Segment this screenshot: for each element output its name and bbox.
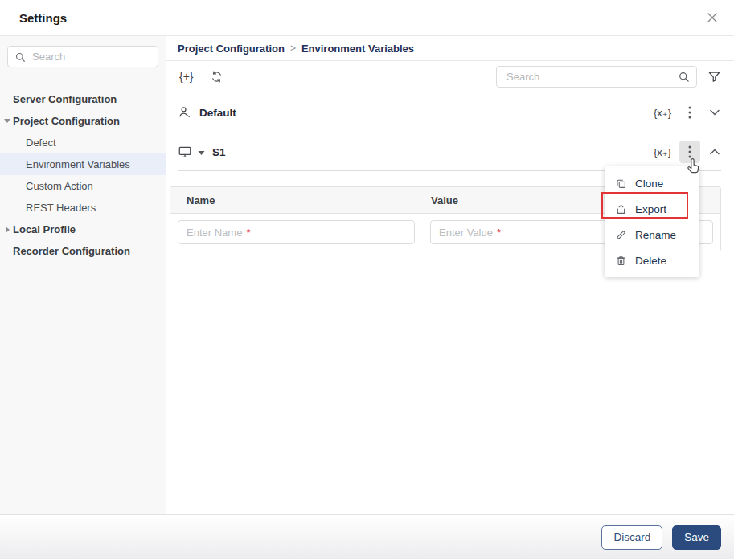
menu-item-rename[interactable]: Rename — [605, 222, 699, 247]
breadcrumb: Project Configuration > Environment Vari… — [166, 36, 734, 61]
default-section-actions: {x₊} — [654, 101, 721, 124]
sidebar-item-label: Recorder Configuration — [13, 245, 130, 257]
column-header-name: Name — [170, 194, 423, 206]
breadcrumb-current: Environment Variables — [301, 43, 414, 55]
section-context-menu: Clone Export Rename Delete — [605, 166, 699, 277]
name-field[interactable]: Enter Name * — [178, 220, 415, 244]
chevron-down-icon[interactable] — [708, 108, 721, 117]
add-variable-icon[interactable]: {x₊} — [654, 146, 671, 158]
dialog-footer: Discard Save — [0, 514, 734, 559]
sidebar-item-label: Defect — [26, 137, 56, 149]
sidebar-item-custom-action[interactable]: Custom Action — [0, 175, 166, 197]
kebab-menu-icon-active[interactable] — [679, 141, 700, 163]
s1-section-actions: {x₊} — [654, 141, 721, 163]
sidebar-item-label: Local Profile — [13, 223, 76, 235]
settings-sidebar: Server Configuration Project Configurati… — [0, 36, 166, 514]
required-asterisk: * — [497, 227, 501, 239]
menu-item-export[interactable]: Export — [605, 196, 699, 222]
sidebar-item-project-configuration[interactable]: Project Configuration — [0, 110, 166, 132]
variables-search-input[interactable] — [505, 70, 678, 84]
sidebar-item-label: Custom Action — [26, 180, 93, 192]
chevron-right-icon — [3, 226, 11, 234]
chevron-up-icon[interactable] — [708, 147, 721, 157]
page-title: Settings — [19, 11, 67, 25]
save-button[interactable]: Save — [672, 525, 721, 550]
settings-titlebar: Settings — [0, 0, 734, 36]
section-label-s1: S1 — [212, 146, 226, 158]
menu-item-delete[interactable]: Delete — [605, 247, 699, 273]
sidebar-item-label: Environment Variables — [26, 158, 130, 170]
env-vars-toolbar: {+} — [166, 61, 734, 92]
menu-item-clone[interactable]: Clone — [605, 170, 699, 196]
filter-icon[interactable] — [707, 70, 721, 84]
menu-item-label: Rename — [635, 229, 676, 241]
sidebar-item-defect[interactable]: Defect — [0, 132, 166, 153]
name-placeholder: Enter Name — [187, 227, 242, 239]
user-icon — [178, 105, 192, 120]
menu-item-label: Delete — [635, 255, 666, 267]
breadcrumb-separator: > — [290, 43, 296, 54]
name-cell: Enter Name * — [170, 220, 423, 244]
discard-button[interactable]: Discard — [601, 525, 662, 550]
environment-section-s1[interactable]: S1 {x₊} — [178, 133, 721, 171]
refresh-icon[interactable] — [210, 70, 223, 84]
sidebar-item-label: REST Headers — [26, 202, 96, 214]
required-asterisk: * — [246, 227, 250, 239]
chevron-down-icon — [3, 116, 11, 125]
sidebar-item-label: Project Configuration — [13, 115, 120, 127]
section-label-default: Default — [199, 107, 236, 119]
sidebar-item-label: Server Configuration — [13, 93, 117, 105]
sidebar-item-environment-variables[interactable]: Environment Variables — [0, 153, 166, 175]
export-icon — [615, 203, 627, 215]
clone-icon — [615, 178, 627, 190]
value-placeholder: Enter Value — [439, 227, 493, 239]
close-icon[interactable] — [703, 9, 721, 27]
trash-icon — [615, 255, 627, 267]
search-icon — [678, 71, 690, 83]
kebab-menu-icon[interactable] — [679, 101, 700, 124]
sidebar-item-local-profile[interactable]: Local Profile — [0, 219, 166, 240]
sidebar-search-box[interactable] — [7, 46, 158, 67]
search-icon — [14, 51, 26, 63]
environment-section-default[interactable]: Default {x₊} — [178, 92, 721, 133]
sidebar-search-input[interactable] — [31, 50, 151, 63]
toolbar-right-group — [496, 66, 721, 88]
add-variable-icon[interactable]: {x₊} — [654, 107, 671, 119]
monitor-icon — [178, 145, 192, 159]
menu-item-label: Clone — [635, 178, 663, 190]
pencil-icon — [615, 229, 627, 241]
add-environment-icon[interactable]: {+} — [179, 70, 194, 83]
sidebar-item-rest-headers[interactable]: REST Headers — [0, 197, 166, 219]
sidebar-item-server-configuration[interactable]: Server Configuration — [0, 88, 166, 110]
dropdown-caret-icon[interactable] — [198, 150, 205, 156]
sidebar-item-recorder-configuration[interactable]: Recorder Configuration — [0, 240, 166, 262]
sidebar-nav: Server Configuration Project Configurati… — [0, 88, 166, 262]
menu-item-label: Export — [635, 203, 666, 215]
variables-search-box[interactable] — [496, 66, 697, 88]
breadcrumb-parent[interactable]: Project Configuration — [178, 43, 285, 55]
